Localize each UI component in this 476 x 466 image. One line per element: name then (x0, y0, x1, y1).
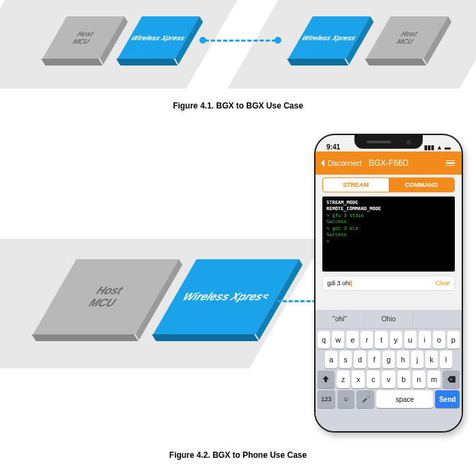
key-w[interactable]: w (332, 331, 344, 349)
key-u[interactable]: u (404, 331, 417, 349)
fig1-link-node-right (275, 37, 281, 44)
tab-stream[interactable]: STREAM (323, 178, 389, 192)
host-mcu-label: Host MCU (71, 30, 95, 45)
term-line: REMOTE_COMMAND_MODE (326, 206, 451, 212)
key-row-3: z x c v b n m (316, 368, 462, 388)
key-c[interactable]: c (367, 370, 380, 388)
key-row-4: 123 ☺ 🎤 space Send (316, 388, 462, 408)
status-icons: ▮▮▮▲▬ (422, 143, 451, 151)
key-v[interactable]: v (382, 370, 395, 388)
shift-icon (321, 375, 331, 384)
wireless-xpress-label: Wireless Xpress (300, 34, 358, 42)
chevron-left-icon (320, 160, 326, 166)
tab-command[interactable]: COMMAND (389, 178, 454, 192)
key-d[interactable]: d (354, 351, 366, 368)
fig1-platform-left (0, 0, 238, 89)
key-n[interactable]: n (412, 370, 425, 388)
key-k[interactable]: k (425, 351, 438, 368)
suggestion[interactable]: "ohi" (316, 314, 365, 324)
term-line: > gfu 3 stdio (326, 213, 451, 219)
fig2-caption: Figure 4.2. BGX to Phone Use Case (0, 450, 476, 460)
key-f[interactable]: f (368, 351, 380, 368)
key-row-2: a s d f g h j k l (316, 349, 462, 368)
clear-button[interactable]: Clear (435, 280, 450, 287)
key-j[interactable]: j (411, 351, 423, 368)
wireless-xpress-label: Wireless Xpress (180, 291, 272, 303)
suggestion[interactable]: Ohio (365, 314, 414, 324)
mode-tabs: STREAM COMMAND (322, 177, 455, 192)
term-line: Success (326, 219, 451, 225)
key-e[interactable]: e (346, 331, 359, 349)
command-input[interactable]: gdi 3 ohi| (327, 280, 432, 287)
key-g[interactable]: g (382, 351, 395, 368)
key-p[interactable]: p (447, 331, 460, 349)
host-mcu-label: Host MCU (86, 285, 125, 309)
key-mic[interactable]: 🎤 (356, 390, 374, 408)
key-l[interactable]: l (440, 351, 452, 368)
key-emoji[interactable]: ☺ (337, 390, 355, 408)
key-x[interactable]: x (352, 370, 365, 388)
key-r[interactable]: r (361, 331, 373, 349)
key-t[interactable]: t (375, 331, 387, 349)
camera-icon (406, 140, 411, 145)
fig1-dashed-link (205, 40, 276, 42)
fig1-caption: Figure 4.1. BGX to BGX Use Case (0, 101, 476, 111)
suggestion[interactable] (413, 318, 462, 321)
term-line: STREAM_MODE (326, 200, 451, 206)
key-h[interactable]: h (397, 351, 409, 368)
key-row-1: q w e r t y u i o p (316, 329, 462, 349)
term-line: Success (326, 232, 451, 238)
wifi-icon: ▲ (436, 144, 443, 151)
keyboard: "ohi" Ohio q w e r t y u i o p a s d f (316, 310, 462, 431)
battery-icon: ▬ (445, 144, 451, 151)
status-time: 9:41 (326, 143, 340, 151)
key-b[interactable]: b (397, 370, 410, 388)
speaker-icon (367, 141, 391, 143)
backspace-icon (447, 375, 456, 384)
key-s[interactable]: s (339, 351, 352, 368)
back-label: Disconnect (328, 160, 361, 167)
navbar-title: BGX-F66D (369, 158, 409, 168)
key-m[interactable]: m (428, 370, 440, 388)
key-y[interactable]: y (390, 331, 402, 349)
key-q[interactable]: q (318, 331, 330, 349)
key-a[interactable]: a (325, 351, 337, 368)
key-space[interactable]: space (376, 390, 433, 408)
key-send[interactable]: Send (435, 390, 460, 408)
key-shift[interactable] (318, 370, 335, 388)
back-button[interactable]: Disconnect (320, 160, 361, 167)
menu-button[interactable] (446, 160, 455, 166)
app-navbar: Disconnect BGX-F66D (316, 151, 462, 175)
terminal-output: STREAM_MODE REMOTE_COMMAND_MODE > gfu 3 … (322, 196, 455, 272)
host-mcu-label: Host MCU (395, 30, 419, 45)
key-o[interactable]: o (433, 331, 445, 349)
suggestion-bar: "ohi" Ohio (316, 310, 462, 329)
signal-icon: ▮▮▮ (424, 144, 434, 151)
key-z[interactable]: z (337, 370, 350, 388)
term-line: > (326, 239, 451, 245)
key-numbers[interactable]: 123 (318, 390, 335, 408)
wireless-xpress-label: Wireless Xpress (130, 34, 187, 42)
phone-mockup: 9:41 ▮▮▮▲▬ Disconnect BGX-F66D STREAM CO… (314, 134, 463, 433)
key-i[interactable]: i (419, 331, 431, 349)
command-input-row: gdi 3 ohi| Clear (322, 276, 455, 291)
term-line: > gdi 3 olo (326, 226, 451, 232)
phone-notch (354, 135, 423, 149)
key-backspace[interactable] (443, 370, 460, 388)
